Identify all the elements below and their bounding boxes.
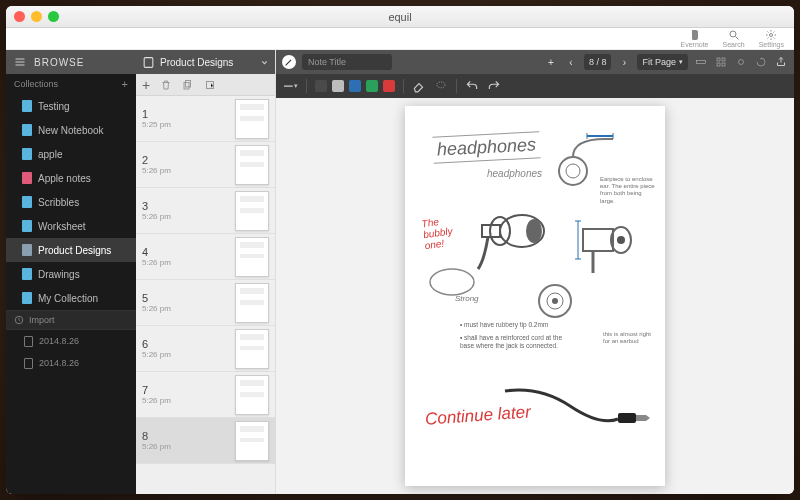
sketch-subtitle: headphones [487, 168, 542, 179]
sidebar-item-scribbles[interactable]: Scribbles [6, 190, 136, 214]
svg-point-16 [559, 157, 587, 185]
svg-marker-37 [646, 415, 650, 421]
zoom-dropdown[interactable]: Fit Page ▾ [637, 54, 688, 70]
sidebar-item-apple[interactable]: apple [6, 142, 136, 166]
svg-rect-11 [717, 63, 720, 66]
page-thumbnail [235, 375, 269, 415]
trash-icon[interactable] [160, 79, 172, 91]
lasso-icon[interactable] [434, 79, 448, 93]
menu-icon[interactable] [14, 56, 26, 68]
notebook-icon [22, 100, 32, 112]
svg-point-13 [739, 60, 744, 65]
page-timestamp: 5:26 pm [142, 396, 229, 405]
svg-rect-6 [184, 82, 189, 89]
header-settings[interactable]: Settings [759, 29, 784, 49]
page-thumbnail-item[interactable]: 25:26 pm [136, 142, 275, 188]
svg-point-22 [526, 219, 542, 243]
sidebar: BROWSE Collections + TestingNew Notebook… [6, 50, 136, 494]
notebook-icon [22, 268, 32, 280]
notebook-icon [22, 196, 32, 208]
sidebar-item-label: Scribbles [38, 197, 79, 208]
import-item[interactable]: 2014.8.26 [6, 352, 136, 374]
page-thumbnail-item[interactable]: 35:26 pm [136, 188, 275, 234]
page-timestamp: 5:26 pm [142, 258, 229, 267]
note-page[interactable]: headphones headphones The bubbly one! St… [405, 106, 665, 486]
sidebar-item-product-designs[interactable]: Product Designs [6, 238, 136, 262]
file-icon [24, 336, 33, 347]
add-button[interactable]: + [544, 55, 558, 69]
app-header: Evernote Search Settings [6, 28, 794, 50]
add-page-button[interactable]: + [142, 77, 150, 93]
svg-rect-5 [186, 80, 191, 87]
duplicate-icon[interactable] [182, 79, 194, 91]
sidebar-item-my-collection[interactable]: My Collection [6, 286, 136, 310]
color-swatch[interactable] [315, 80, 327, 92]
notebook-icon [142, 56, 155, 69]
page-timestamp: 5:26 pm [142, 350, 229, 359]
page-thumbnail-item[interactable]: 15:25 pm [136, 96, 275, 142]
move-icon[interactable] [204, 79, 216, 91]
undo-icon[interactable] [465, 79, 479, 93]
note-title-input[interactable]: Note Title [302, 54, 392, 70]
close-icon[interactable] [14, 11, 25, 22]
sketch-title: headphones [432, 131, 540, 164]
add-icon[interactable]: + [122, 78, 128, 90]
grid-icon[interactable] [714, 55, 728, 69]
import-item[interactable]: 2014.8.26 [6, 330, 136, 352]
record-icon[interactable] [734, 55, 748, 69]
color-swatch[interactable] [383, 80, 395, 92]
svg-rect-36 [636, 415, 646, 421]
header-search[interactable]: Search [723, 29, 745, 49]
page-thumbnail-item[interactable]: 75:26 pm [136, 372, 275, 418]
rotate-icon[interactable] [754, 55, 768, 69]
page-thumbnail-item[interactable]: 55:26 pm [136, 280, 275, 326]
page-thumbnail-item[interactable]: 65:26 pm [136, 326, 275, 372]
sidebar-item-testing[interactable]: Testing [6, 94, 136, 118]
svg-point-17 [566, 164, 580, 178]
page-timestamp: 5:26 pm [142, 442, 229, 451]
page-number: 7 [142, 384, 229, 396]
page-number: 5 [142, 292, 229, 304]
svg-rect-26 [583, 229, 613, 251]
sidebar-item-new-notebook[interactable]: New Notebook [6, 118, 136, 142]
file-icon [24, 358, 33, 369]
page-thumbnail [235, 191, 269, 231]
import-header[interactable]: Import [6, 310, 136, 330]
canvas-viewport[interactable]: headphones headphones The bubbly one! St… [276, 98, 794, 494]
color-swatch[interactable] [332, 80, 344, 92]
page-thumbnail-item[interactable]: 85:26 pm [136, 418, 275, 464]
pages-toolbar: + [136, 74, 275, 96]
ruler-icon[interactable] [694, 55, 708, 69]
page-timestamp: 5:26 pm [142, 304, 229, 313]
sketch-bullet-2: • shall have a reinforced cord at the ba… [460, 334, 575, 351]
stroke-width-button[interactable]: ▾ [284, 79, 298, 93]
sidebar-item-label: Worksheet [38, 221, 86, 232]
sketch-annotation-right-2: this is almost right for an earbud [603, 331, 658, 345]
collections-header[interactable]: Collections + [6, 74, 136, 94]
color-swatch[interactable] [366, 80, 378, 92]
page-timestamp: 5:26 pm [142, 212, 229, 221]
sidebar-item-worksheet[interactable]: Worksheet [6, 214, 136, 238]
share-icon[interactable] [774, 55, 788, 69]
page-list[interactable]: 15:25 pm25:26 pm35:26 pm45:26 pm55:26 pm… [136, 96, 275, 494]
zoom-icon[interactable] [48, 11, 59, 22]
pen-tool-button[interactable] [282, 55, 296, 69]
notebook-icon [22, 244, 32, 256]
page-thumbnail [235, 329, 269, 369]
header-evernote[interactable]: Evernote [680, 29, 708, 49]
sketch-bullet-1: • must have rubbery tip 0.2mm [460, 321, 570, 329]
prev-page-button[interactable]: ‹ [564, 55, 578, 69]
minimize-icon[interactable] [31, 11, 42, 22]
next-page-button[interactable]: › [617, 55, 631, 69]
sidebar-item-drawings[interactable]: Drawings [6, 262, 136, 286]
notebook-icon [22, 148, 32, 160]
page-thumbnail-item[interactable]: 45:26 pm [136, 234, 275, 280]
eraser-icon[interactable] [412, 79, 426, 93]
color-swatch[interactable] [349, 80, 361, 92]
sidebar-item-apple-notes[interactable]: Apple notes [6, 166, 136, 190]
sketch-earbud-main [460, 201, 550, 271]
search-icon [728, 29, 740, 41]
redo-icon[interactable] [487, 79, 501, 93]
chevron-down-icon[interactable] [260, 58, 269, 67]
gear-icon [765, 29, 777, 41]
